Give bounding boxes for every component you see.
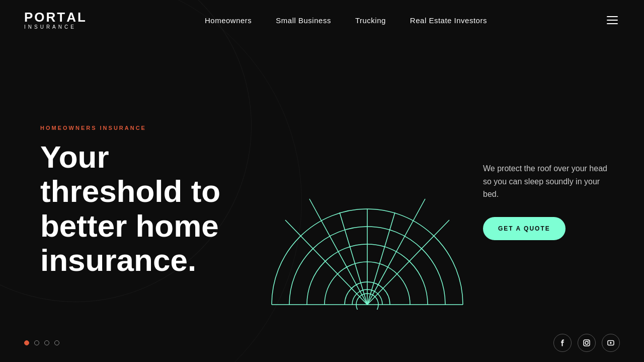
- hamburger-line-3: [607, 23, 618, 24]
- social-links: [553, 334, 620, 352]
- logo-insurance-text: INSURANCE: [24, 25, 87, 30]
- nav-small-business[interactable]: Small Business: [276, 16, 331, 25]
- nav-trucking[interactable]: Trucking: [355, 16, 386, 25]
- site-logo[interactable]: PORTAL INSURANCE: [24, 11, 87, 30]
- hero-left-content: HOMEOWNERS INSURANCE Your threshold to b…: [40, 125, 252, 277]
- logo-portal-text: PORTAL: [24, 11, 87, 24]
- hero-title: Your threshold to better home insurance.: [40, 140, 231, 277]
- slide-dot-1[interactable]: [24, 340, 29, 345]
- main-nav: Homeowners Small Business Trucking Real …: [205, 16, 487, 25]
- hamburger-line-2: [607, 20, 618, 21]
- slide-indicators: [24, 340, 59, 345]
- site-header: PORTAL INSURANCE Homeowners Small Busine…: [0, 0, 644, 40]
- hero-section: HOMEOWNERS INSURANCE Your threshold to b…: [0, 40, 644, 362]
- hero-tag: HOMEOWNERS INSURANCE: [40, 125, 252, 131]
- slide-dot-3[interactable]: [44, 340, 49, 345]
- hero-right-content: We protect the roof over your head so yo…: [483, 162, 624, 240]
- slide-dot-2[interactable]: [34, 340, 39, 345]
- svg-point-11: [588, 341, 589, 342]
- svg-line-5: [367, 199, 425, 305]
- hero-graphic: [252, 93, 483, 310]
- svg-rect-9: [584, 340, 590, 346]
- get-quote-button[interactable]: GET A QUOTE: [483, 217, 566, 240]
- youtube-icon[interactable]: [602, 334, 620, 352]
- hamburger-menu[interactable]: [605, 14, 620, 26]
- svg-point-10: [585, 341, 588, 344]
- nav-homeowners[interactable]: Homeowners: [205, 16, 252, 25]
- facebook-icon[interactable]: [553, 334, 572, 352]
- svg-line-2: [309, 199, 367, 305]
- instagram-icon[interactable]: [578, 334, 596, 352]
- nav-real-estate[interactable]: Real Estate Investors: [410, 16, 487, 25]
- arch-illustration: [252, 93, 483, 310]
- bottom-bar: [0, 334, 644, 352]
- hero-description: We protect the roof over your head so yo…: [483, 162, 614, 201]
- hamburger-line-1: [607, 16, 618, 17]
- slide-dot-4[interactable]: [54, 340, 59, 345]
